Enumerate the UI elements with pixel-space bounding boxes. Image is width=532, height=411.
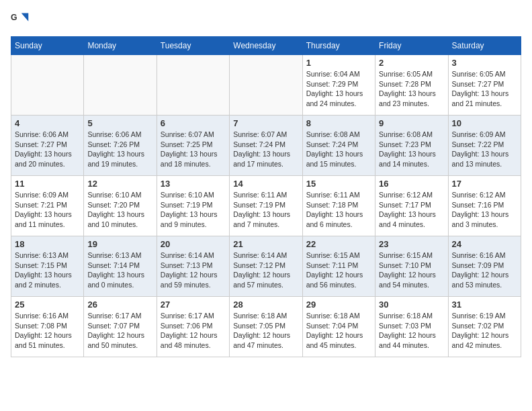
- week-row-5: 25Sunrise: 6:16 AMSunset: 7:08 PMDayligh…: [11, 297, 521, 357]
- day-info: Sunrise: 6:17 AMSunset: 7:07 PMDaylight:…: [87, 311, 152, 351]
- day-info: Sunrise: 6:07 AMSunset: 7:25 PMDaylight:…: [161, 130, 226, 169]
- week-row-1: 1Sunrise: 6:04 AMSunset: 7:29 PMDaylight…: [11, 55, 521, 116]
- day-number: 14: [233, 179, 298, 189]
- day-number: 15: [306, 179, 371, 189]
- day-cell: 29Sunrise: 6:18 AMSunset: 7:04 PMDayligh…: [302, 297, 375, 357]
- day-cell: 6Sunrise: 6:07 AMSunset: 7:25 PMDaylight…: [157, 116, 229, 176]
- day-number: 9: [379, 118, 444, 128]
- day-number: 8: [306, 118, 371, 128]
- day-info: Sunrise: 6:05 AMSunset: 7:27 PMDaylight:…: [452, 69, 517, 109]
- day-cell: 15Sunrise: 6:11 AMSunset: 7:18 PMDayligh…: [302, 176, 375, 236]
- day-info: Sunrise: 6:15 AMSunset: 7:10 PMDaylight:…: [379, 250, 444, 290]
- day-number: 27: [161, 300, 226, 310]
- day-info: Sunrise: 6:16 AMSunset: 7:09 PMDaylight:…: [452, 250, 517, 290]
- calendar-table: SundayMondayTuesdayWednesdayThursdayFrid…: [11, 36, 521, 357]
- day-cell: 10Sunrise: 6:09 AMSunset: 7:22 PMDayligh…: [448, 116, 521, 176]
- day-cell: 9Sunrise: 6:08 AMSunset: 7:23 PMDaylight…: [375, 116, 448, 176]
- week-row-2: 4Sunrise: 6:06 AMSunset: 7:27 PMDaylight…: [11, 116, 521, 176]
- weekday-header-wednesday: Wednesday: [230, 37, 302, 55]
- day-info: Sunrise: 6:15 AMSunset: 7:11 PMDaylight:…: [306, 250, 371, 290]
- day-cell: 28Sunrise: 6:18 AMSunset: 7:05 PMDayligh…: [230, 297, 302, 357]
- weekday-header-thursday: Thursday: [302, 37, 375, 55]
- day-number: 12: [87, 179, 152, 189]
- weekday-header-tuesday: Tuesday: [157, 37, 229, 55]
- day-number: 20: [161, 239, 226, 249]
- logo-icon: G: [11, 11, 30, 30]
- weekday-header-friday: Friday: [375, 37, 448, 55]
- day-cell: [11, 55, 84, 116]
- day-cell: 4Sunrise: 6:06 AMSunset: 7:27 PMDaylight…: [11, 116, 84, 176]
- day-number: 11: [15, 179, 80, 189]
- day-number: 18: [15, 239, 80, 249]
- calendar-body: 1Sunrise: 6:04 AMSunset: 7:29 PMDaylight…: [11, 55, 521, 357]
- day-number: 29: [306, 300, 371, 310]
- week-row-3: 11Sunrise: 6:09 AMSunset: 7:21 PMDayligh…: [11, 176, 521, 236]
- day-info: Sunrise: 6:09 AMSunset: 7:22 PMDaylight:…: [452, 130, 517, 169]
- day-info: Sunrise: 6:18 AMSunset: 7:04 PMDaylight:…: [306, 311, 371, 351]
- day-cell: 8Sunrise: 6:08 AMSunset: 7:24 PMDaylight…: [302, 116, 375, 176]
- header: G: [11, 11, 521, 30]
- day-info: Sunrise: 6:16 AMSunset: 7:08 PMDaylight:…: [15, 311, 80, 351]
- weekday-header-sunday: Sunday: [11, 37, 84, 55]
- day-number: 17: [452, 179, 517, 189]
- day-cell: 24Sunrise: 6:16 AMSunset: 7:09 PMDayligh…: [448, 236, 521, 297]
- day-number: 30: [379, 300, 444, 310]
- day-number: 4: [15, 118, 80, 128]
- day-cell: 7Sunrise: 6:07 AMSunset: 7:24 PMDaylight…: [230, 116, 302, 176]
- svg-text:G: G: [11, 13, 17, 22]
- day-number: 24: [452, 239, 517, 249]
- day-info: Sunrise: 6:12 AMSunset: 7:17 PMDaylight:…: [379, 190, 444, 230]
- day-cell: 22Sunrise: 6:15 AMSunset: 7:11 PMDayligh…: [302, 236, 375, 297]
- day-cell: 13Sunrise: 6:10 AMSunset: 7:19 PMDayligh…: [157, 176, 229, 236]
- day-info: Sunrise: 6:06 AMSunset: 7:27 PMDaylight:…: [15, 130, 80, 169]
- day-number: 19: [87, 239, 152, 249]
- day-cell: 27Sunrise: 6:17 AMSunset: 7:06 PMDayligh…: [157, 297, 229, 357]
- day-cell: 19Sunrise: 6:13 AMSunset: 7:14 PMDayligh…: [84, 236, 157, 297]
- day-info: Sunrise: 6:12 AMSunset: 7:16 PMDaylight:…: [452, 190, 517, 230]
- day-cell: [84, 55, 157, 116]
- day-cell: [157, 55, 229, 116]
- day-cell: 23Sunrise: 6:15 AMSunset: 7:10 PMDayligh…: [375, 236, 448, 297]
- day-info: Sunrise: 6:18 AMSunset: 7:05 PMDaylight:…: [233, 311, 298, 351]
- day-number: 22: [306, 239, 371, 249]
- day-number: 16: [379, 179, 444, 189]
- day-number: 13: [161, 179, 226, 189]
- day-cell: 26Sunrise: 6:17 AMSunset: 7:07 PMDayligh…: [84, 297, 157, 357]
- day-info: Sunrise: 6:07 AMSunset: 7:24 PMDaylight:…: [233, 130, 298, 169]
- day-info: Sunrise: 6:05 AMSunset: 7:28 PMDaylight:…: [379, 69, 444, 109]
- day-number: 7: [233, 118, 298, 128]
- day-number: 31: [452, 300, 517, 310]
- day-cell: 12Sunrise: 6:10 AMSunset: 7:20 PMDayligh…: [84, 176, 157, 236]
- day-cell: 5Sunrise: 6:06 AMSunset: 7:26 PMDaylight…: [84, 116, 157, 176]
- svg-marker-1: [21, 13, 29, 21]
- logo: G: [11, 11, 32, 30]
- day-info: Sunrise: 6:06 AMSunset: 7:26 PMDaylight:…: [87, 130, 152, 169]
- day-cell: 30Sunrise: 6:18 AMSunset: 7:03 PMDayligh…: [375, 297, 448, 357]
- day-info: Sunrise: 6:13 AMSunset: 7:15 PMDaylight:…: [15, 250, 80, 290]
- day-info: Sunrise: 6:11 AMSunset: 7:18 PMDaylight:…: [306, 190, 371, 230]
- day-cell: 18Sunrise: 6:13 AMSunset: 7:15 PMDayligh…: [11, 236, 84, 297]
- day-number: 10: [452, 118, 517, 128]
- day-number: 21: [233, 239, 298, 249]
- day-info: Sunrise: 6:11 AMSunset: 7:19 PMDaylight:…: [233, 190, 298, 230]
- week-row-4: 18Sunrise: 6:13 AMSunset: 7:15 PMDayligh…: [11, 236, 521, 297]
- day-cell: 21Sunrise: 6:14 AMSunset: 7:12 PMDayligh…: [230, 236, 302, 297]
- day-cell: 20Sunrise: 6:14 AMSunset: 7:13 PMDayligh…: [157, 236, 229, 297]
- day-cell: 25Sunrise: 6:16 AMSunset: 7:08 PMDayligh…: [11, 297, 84, 357]
- weekday-header-monday: Monday: [84, 37, 157, 55]
- day-info: Sunrise: 6:04 AMSunset: 7:29 PMDaylight:…: [306, 69, 371, 109]
- calendar-header: SundayMondayTuesdayWednesdayThursdayFrid…: [11, 37, 521, 55]
- day-cell: 1Sunrise: 6:04 AMSunset: 7:29 PMDaylight…: [302, 55, 375, 116]
- day-number: 2: [379, 58, 444, 68]
- day-cell: 11Sunrise: 6:09 AMSunset: 7:21 PMDayligh…: [11, 176, 84, 236]
- day-number: 25: [15, 300, 80, 310]
- day-number: 5: [87, 118, 152, 128]
- day-number: 6: [161, 118, 226, 128]
- day-info: Sunrise: 6:08 AMSunset: 7:23 PMDaylight:…: [379, 130, 444, 169]
- day-cell: 16Sunrise: 6:12 AMSunset: 7:17 PMDayligh…: [375, 176, 448, 236]
- day-number: 26: [87, 300, 152, 310]
- day-info: Sunrise: 6:08 AMSunset: 7:24 PMDaylight:…: [306, 130, 371, 169]
- day-info: Sunrise: 6:10 AMSunset: 7:19 PMDaylight:…: [161, 190, 226, 230]
- day-number: 23: [379, 239, 444, 249]
- day-info: Sunrise: 6:13 AMSunset: 7:14 PMDaylight:…: [87, 250, 152, 290]
